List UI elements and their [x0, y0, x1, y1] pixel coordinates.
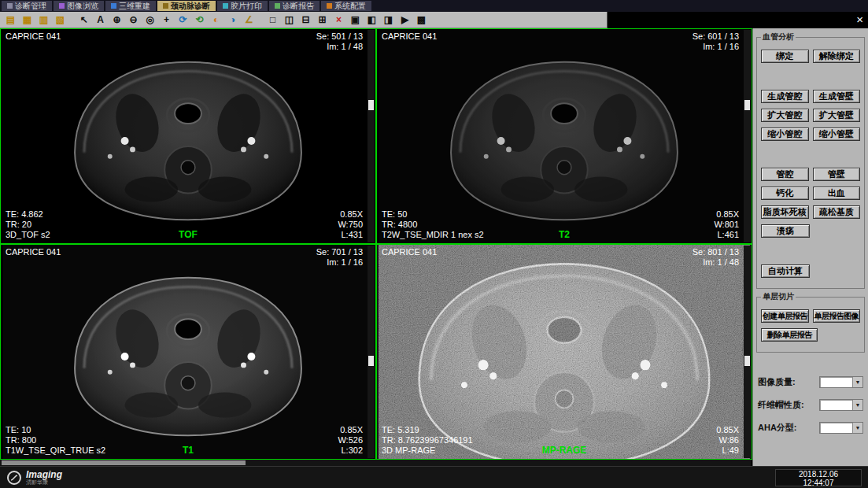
sequence-label: MP-RAGE	[542, 445, 587, 456]
menu-item-carotid-diagnosis[interactable]: 颈动脉诊断	[157, 1, 216, 11]
close-series-icon[interactable]: ×	[331, 13, 347, 28]
scroll-thumb[interactable]	[368, 356, 374, 366]
menu-item-icon	[275, 3, 280, 9]
viewport-grid: CAPRICE 041 Se: 501 / 13 Im: 1 / 48 TE: …	[0, 28, 752, 466]
zoom-out-icon[interactable]: ⊖	[125, 13, 142, 28]
zoom-in-icon[interactable]: ⊕	[109, 13, 125, 28]
zoom-factor: 0.85X	[338, 425, 363, 435]
menu-item-icon	[111, 3, 116, 9]
tool-icon[interactable]	[257, 13, 264, 28]
image-quality-select[interactable]: ▼	[819, 376, 863, 388]
series-number: Se: 801 / 13	[693, 247, 739, 257]
chevron-down-icon: ▼	[852, 423, 862, 433]
vertical-scrollbar[interactable]	[744, 246, 751, 458]
menu-item-label: 颈动脉诊断	[171, 1, 210, 12]
level-value: L:49	[716, 445, 739, 456]
date-value: 2018.12.06	[776, 470, 861, 479]
invert-icon[interactable]: ◑	[224, 13, 241, 28]
scroll-thumb[interactable]	[2, 460, 246, 465]
image-quality-label: 图像质量:	[758, 376, 796, 388]
ulcer-button[interactable]: 溃疡	[761, 224, 810, 238]
tr-value: TR: 4800	[382, 220, 484, 230]
shrink-wall-button[interactable]: 缩小管壁	[813, 128, 861, 141]
layout-1x2-icon[interactable]: ◫	[281, 13, 297, 28]
te-value: TE: 10	[6, 425, 105, 435]
sequence-name: T1W_TSE_QIR_TRUE s2	[6, 445, 105, 456]
application-window: 诊断管理 图像浏览 三维重建 颈动脉诊断 胶片打印	[0, 0, 868, 488]
wall-button[interactable]: 管壁	[813, 168, 861, 181]
pan-icon[interactable]: +	[158, 13, 175, 28]
vertical-scrollbar[interactable]	[368, 246, 375, 458]
create-slice-report-button[interactable]: 创建单层报告	[761, 309, 809, 323]
lipid-necrotic-core-button[interactable]: 脂质坏死核	[761, 205, 809, 219]
te-value: TE: 4.862	[6, 209, 50, 220]
image-number: Im: 1 / 16	[693, 42, 739, 52]
vertical-scrollbar[interactable]	[368, 30, 375, 242]
pointer-icon[interactable]: ↖	[76, 13, 92, 28]
tr-value: TR: 8.76239967346191	[382, 435, 473, 445]
scroll-thumb[interactable]	[744, 356, 750, 366]
lumen-button[interactable]: 管腔	[761, 168, 809, 181]
delete-slice-report-button[interactable]: 删除单层报告	[761, 328, 818, 342]
single-slice-group: 单层切片 创建单层报告 单层报告图像 删除单层报告	[756, 291, 865, 353]
window-level-icon[interactable]: ◐	[208, 13, 224, 28]
create-wall-button[interactable]: 生成管壁	[813, 90, 861, 103]
expand-wall-button[interactable]: 扩大管壁	[813, 109, 861, 122]
calcification-button[interactable]: 钙化	[761, 187, 809, 200]
viewport-tof[interactable]: CAPRICE 041 Se: 501 / 13 Im: 1 / 48 TE: …	[0, 28, 376, 244]
level-value: L:431	[338, 230, 363, 240]
export-image-icon[interactable]: ▧	[52, 13, 68, 28]
menu-item-3d-reconstruction[interactable]: 三维重建	[105, 1, 156, 11]
loose-matrix-button[interactable]: 疏松基质	[813, 205, 861, 219]
menu-item-image-browse[interactable]: 图像浏览	[54, 1, 104, 11]
layout-2x1-icon[interactable]: ⊟	[297, 13, 314, 28]
menu-item-label: 胶片打印	[231, 1, 262, 12]
bind-button[interactable]: 绑定	[761, 50, 809, 63]
menu-item-diagnosis-report[interactable]: 诊断报告	[269, 1, 319, 11]
viewport-t2[interactable]: CAPRICE 041 Se: 601 / 13 Im: 1 / 16 TE: …	[376, 28, 752, 244]
unbind-button[interactable]: 解除绑定	[813, 50, 861, 63]
slice-report-image-button[interactable]: 单层报告图像	[813, 309, 861, 323]
toolbar: ▤ ▦ ▥ ▧ ↖ A ⊕ ⊖ ◎ + ⟳	[0, 12, 608, 28]
series-grid-icon[interactable]: ▩	[413, 13, 430, 28]
menu-item-icon	[223, 3, 228, 9]
menu-item-icon	[163, 3, 168, 9]
viewport-mprage[interactable]: CAPRICE 041 Se: 801 / 13 Im: 1 / 48 TE: …	[376, 244, 752, 460]
magnifier-icon[interactable]: ◎	[142, 13, 158, 28]
tool-icon[interactable]	[68, 13, 76, 28]
split-left-icon[interactable]: ◧	[364, 13, 380, 28]
menu-bar: 诊断管理 图像浏览 三维重建 颈动脉诊断 胶片打印	[0, 0, 868, 12]
open-study-icon[interactable]: ▤	[2, 13, 19, 28]
cine-play-icon[interactable]: ▶	[397, 13, 413, 28]
scroll-thumb[interactable]	[368, 100, 374, 110]
import-image-icon[interactable]: ▥	[35, 13, 52, 28]
auto-calculate-button[interactable]: 自动计算	[761, 264, 810, 278]
menu-item-film-print[interactable]: 胶片打印	[217, 1, 268, 11]
save-icon[interactable]: ▦	[19, 13, 35, 28]
fullscreen-icon[interactable]: ▣	[347, 13, 364, 28]
shrink-lumen-button[interactable]: 缩小管腔	[761, 128, 809, 141]
expand-lumen-button[interactable]: 扩大管腔	[761, 109, 809, 122]
layout-2x2-icon[interactable]: ⊞	[314, 13, 331, 28]
aha-type-select[interactable]: ▼	[819, 422, 863, 434]
viewport-t1[interactable]: CAPRICE 041 Se: 701 / 13 Im: 1 / 16 TE: …	[0, 244, 376, 460]
create-lumen-button[interactable]: 生成管腔	[761, 90, 809, 103]
reset-icon[interactable]: ⟲	[191, 13, 208, 28]
measure-angle-icon[interactable]: ∠	[241, 13, 257, 28]
layout-1x1-icon[interactable]: □	[264, 13, 281, 28]
vertical-scrollbar[interactable]	[744, 30, 751, 242]
menu-item-diagnosis-management[interactable]: 诊断管理	[2, 1, 52, 11]
split-right-icon[interactable]: ◨	[380, 13, 397, 28]
patient-id: CAPRICE 041	[382, 247, 437, 257]
scroll-thumb[interactable]	[744, 100, 750, 110]
horizontal-scrollbar[interactable]	[0, 460, 751, 466]
brand: Imaging 清影华康	[6, 470, 62, 486]
hemorrhage-button[interactable]: 出血	[813, 187, 861, 200]
fibrous-cap-select[interactable]: ▼	[819, 399, 863, 411]
close-icon[interactable]: ×	[856, 13, 863, 26]
rotate-icon[interactable]: ⟳	[175, 13, 191, 28]
series-number: Se: 701 / 13	[316, 247, 363, 257]
menu-item-system-config[interactable]: 系统配置	[321, 1, 371, 11]
menu-item-label: 三维重建	[119, 1, 150, 12]
annotate-icon[interactable]: A	[92, 13, 109, 28]
